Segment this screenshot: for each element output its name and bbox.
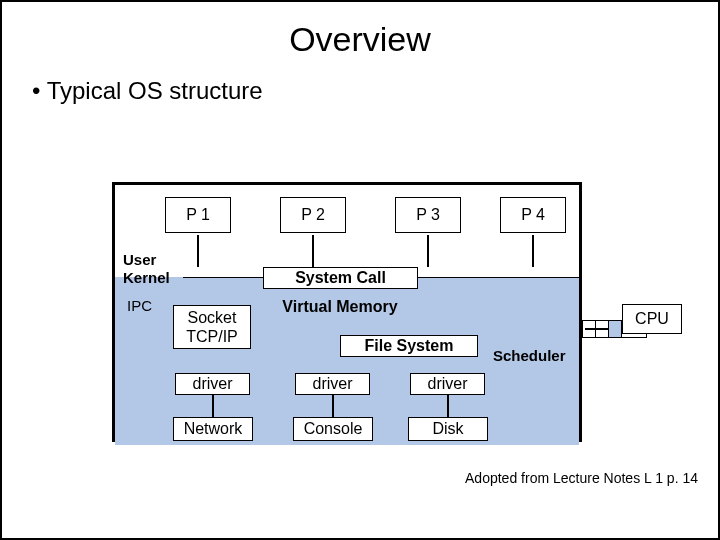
queue-slot (608, 320, 621, 338)
connector (197, 235, 199, 267)
device-network: Network (173, 417, 253, 441)
user-kernel-label: User Kernel (123, 251, 170, 287)
slide: Overview Typical OS structure P 1 P 2 P … (0, 0, 720, 540)
slide-title: Overview (2, 2, 718, 59)
driver-box: driver (410, 373, 485, 395)
process-p2: P 2 (280, 197, 346, 233)
tcpip-label: TCP/IP (186, 328, 238, 345)
kernel-label: Kernel (123, 269, 170, 286)
process-p3: P 3 (395, 197, 461, 233)
credit-line: Adopted from Lecture Notes L 1 p. 14 (465, 470, 698, 486)
connector (332, 395, 334, 417)
bullet-typical-os: Typical OS structure (2, 59, 718, 105)
device-disk: Disk (408, 417, 488, 441)
driver-box: driver (175, 373, 250, 395)
system-call-box: System Call (263, 267, 418, 289)
virtual-memory-label: Virtual Memory (245, 297, 435, 317)
process-p4: P 4 (500, 197, 566, 233)
socket-label: Socket (188, 309, 237, 326)
ipc-label: IPC (127, 297, 152, 314)
connector (312, 235, 314, 267)
queue-slot (595, 320, 608, 338)
connector (427, 235, 429, 267)
socket-tcpip-box: Socket TCP/IP (173, 305, 251, 349)
file-system-box: File System (340, 335, 478, 357)
cpu-box: CPU (622, 304, 682, 334)
connector (447, 395, 449, 417)
user-label: User (123, 251, 156, 268)
device-console: Console (293, 417, 373, 441)
process-p1: P 1 (165, 197, 231, 233)
connector (212, 395, 214, 417)
driver-box: driver (295, 373, 370, 395)
scheduler-label: Scheduler (493, 347, 566, 364)
queue-slot (582, 320, 595, 338)
os-diagram: P 1 P 2 P 3 P 4 User Kernel System Call … (112, 182, 582, 442)
connector (532, 235, 534, 267)
